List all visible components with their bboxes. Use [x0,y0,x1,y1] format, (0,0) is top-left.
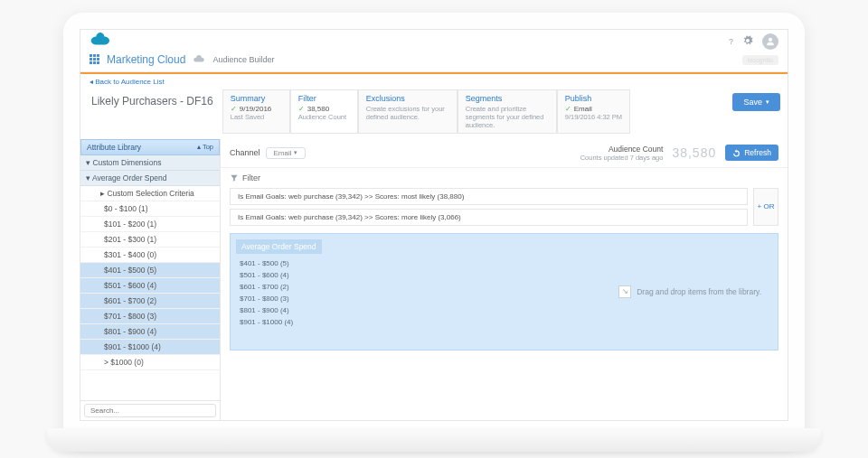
filter-section: Filter Is Email Goals: web purchase (39,… [221,168,788,420]
audience-count-label: Audience Count [580,145,664,154]
gear-icon[interactable] [742,35,753,48]
filter-rule-list: Is Email Goals: web purchase (39,342) >>… [230,188,748,226]
cloud-logo-icon [89,33,114,49]
check-icon: ✓ [298,105,305,113]
check-icon: ✓ [565,105,571,113]
subapp-name: Audience Builder [212,55,274,64]
tab-filter[interactable]: Filter ✓38,580 Audience Count [290,89,358,134]
attribute-library-sidebar: Attribute Library ▴ Top ▾ Custom Dimensi… [80,139,221,420]
drop-item[interactable]: $901 - $1000 (4) [236,316,772,328]
tree-leaf-range[interactable]: $301 - $400 (0) [80,248,220,263]
tree-leaf-range[interactable]: $501 - $600 (4) [80,278,220,294]
tree-leaf-range[interactable]: $101 - $200 (1) [80,217,220,232]
filter-drop-zone[interactable]: Average Order Spend $401 - $500 (5)$501 … [230,233,778,351]
tab-publish[interactable]: Publish ✓Email 9/19/2016 4:32 PM [557,89,630,134]
tree-item-custom-selection[interactable]: ▸ Custom Selection Criteria [80,186,220,201]
tree-leaf-range[interactable]: $401 - $500 (5) [80,263,220,278]
tree-group-custom-dimensions[interactable]: ▾ Custom Dimensions [80,155,220,171]
refresh-button[interactable]: Refresh [725,145,778,161]
drop-zone-title: Average Order Spend [236,239,322,254]
save-button[interactable]: Save [732,93,780,111]
back-link[interactable]: ◂ Back to Audience List [90,78,165,86]
brand-title: Marketing Cloud [107,53,185,66]
library-search [80,400,220,420]
tab-summary[interactable]: Summary ✓9/19/2016 Last Saved [222,89,290,134]
channel-row: Channel Email ▾ Audience Count Counts up… [221,139,788,168]
work-area: Channel Email ▾ Audience Count Counts up… [221,139,788,420]
library-header: Attribute Library ▴ Top [80,139,220,155]
refresh-icon [732,149,741,157]
drag-icon [618,285,631,298]
drop-item[interactable]: $801 - $900 (4) [236,304,772,316]
breadcrumb: ◂ Back to Audience List [80,74,788,89]
app-launcher-icon[interactable] [90,54,99,64]
channel-select[interactable]: Email ▾ [266,147,306,159]
audience-count-value: 38,580 [672,145,716,160]
tree-leaf-range[interactable]: $201 - $300 (1) [80,232,220,248]
drop-item[interactable]: $401 - $500 (5) [236,257,772,269]
page-header: Likely Purchasers - DF16 Summary ✓9/19/2… [80,89,788,139]
add-or-button[interactable]: + OR [753,188,778,226]
tree-leaf-range[interactable]: $801 - $900 (4) [80,324,220,340]
top-bar: ? [80,30,788,51]
tab-exclusions[interactable]: Exclusions Create exclusions for your de… [358,89,458,134]
attribute-tree: ▾ Custom Dimensions ▾ Average Order Spen… [80,155,220,400]
filter-icon [230,173,239,182]
tree-leaf-range[interactable]: $0 - $100 (1) [80,201,220,217]
library-top-link[interactable]: ▴ Top [197,143,213,151]
brand-row: Marketing Cloud Audience Builder Incogni… [80,51,788,72]
user-avatar[interactable] [762,33,778,50]
filter-rule[interactable]: Is Email Goals: web purchase (39,342) >>… [230,188,748,205]
audience-count-sub: Counts updated 7 days ago [580,154,664,162]
step-tabs: Summary ✓9/19/2016 Last Saved Filter ✓38… [222,89,728,134]
main-area: Attribute Library ▴ Top ▾ Custom Dimensi… [80,139,788,420]
check-icon: ✓ [231,105,237,113]
user-badge: Incognito [742,55,778,65]
app-screen: ? Marketing Cloud Audience Builder Incog… [80,29,788,421]
tree-leaf-range[interactable]: > $1000 (0) [80,355,220,370]
drop-zone-hint: Drag and drop items from the library. [618,285,761,298]
page-title: Likely Purchasers - DF16 [88,89,217,113]
tree-group-avg-order-spend[interactable]: ▾ Average Order Spend [80,171,220,186]
tree-leaf-range[interactable]: $901 - $1000 (4) [80,340,220,355]
tab-segments[interactable]: Segments Create and prioritize segments … [458,89,557,134]
channel-label: Channel [230,148,260,157]
tree-leaf-range[interactable]: $701 - $800 (3) [80,309,220,324]
tree-leaf-range[interactable]: $601 - $700 (2) [80,294,220,309]
search-input[interactable] [84,404,216,417]
filter-title: Filter [230,173,778,182]
filter-rule[interactable]: Is Email Goals: web purchase (39,342) >>… [230,209,748,226]
cloud-icon [193,54,205,65]
help-icon[interactable]: ? [729,37,733,46]
drop-item[interactable]: $501 - $600 (4) [236,269,772,281]
